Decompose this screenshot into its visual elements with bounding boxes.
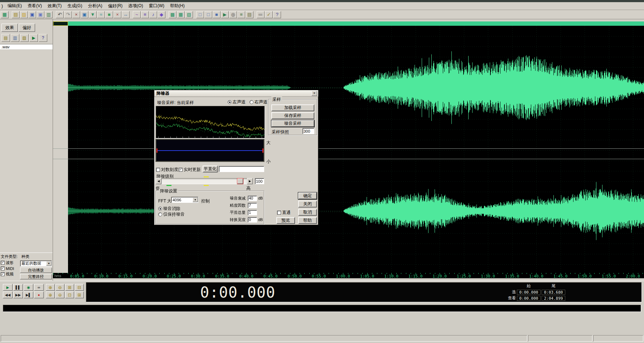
window-organizer-icon[interactable]: □ — [196, 11, 204, 18]
pause-button[interactable]: ▌▌ — [13, 284, 23, 291]
waveform-canvas[interactable] — [53, 19, 644, 281]
copy-icon[interactable]: ▣ — [81, 11, 88, 18]
bypass-checkbox[interactable]: 直通 — [277, 210, 291, 215]
slider-right-arrow[interactable]: ▶ — [247, 178, 253, 184]
log-scale-checkbox[interactable]: 对数刻度 — [156, 167, 178, 172]
delete-selection-icon[interactable]: × — [113, 11, 121, 18]
zoom-vertical-in-button[interactable]: ⊡ — [65, 291, 74, 298]
monitor-levels-icon[interactable]: ≡ — [237, 11, 245, 18]
save-as-icon[interactable]: ▣ — [37, 11, 44, 18]
undo-icon[interactable]: ↶ — [56, 11, 64, 18]
close-button[interactable]: 关闭 — [298, 201, 317, 207]
settings-icon[interactable]: ✓ — [265, 11, 273, 18]
keep-noise-radio[interactable]: 仅保持噪音 — [158, 212, 185, 217]
import-file-icon[interactable]: ▥ — [11, 34, 19, 42]
scripts-icon[interactable]: ≔ — [257, 11, 265, 18]
sort-dropdown[interactable]: 最近的数据 ▼ — [20, 260, 52, 266]
right-channel-radio[interactable]: 右声道 — [250, 99, 267, 104]
help-button[interactable]: 帮助 — [298, 217, 317, 224]
help-icon[interactable]: ? — [273, 11, 281, 18]
rewind-button[interactable]: ◀◀ — [3, 291, 13, 298]
menu-item-clipped[interactable]: ) — [1, 3, 5, 9]
spectral-view-icon[interactable]: ▩ — [169, 11, 176, 18]
filetype-midi-checkbox[interactable]: ✓MIDI — [1, 266, 19, 271]
new-file-icon[interactable]: ▤ — [12, 11, 20, 18]
fast-forward-button[interactable]: ▶▶ — [13, 291, 23, 298]
envelope-effect-icon[interactable]: ~ — [133, 11, 141, 18]
paste-icon[interactable]: ▼ — [89, 11, 97, 18]
save-sample-button[interactable]: 保存采样 — [271, 112, 314, 119]
open-file-icon[interactable]: ▨ — [20, 11, 28, 18]
menu-item-7[interactable]: 窗口(W) — [146, 2, 167, 10]
slider-thumb[interactable] — [237, 178, 243, 184]
precision-factor-input[interactable] — [248, 203, 257, 208]
snapshot-input[interactable] — [302, 128, 314, 134]
remove-noise-radio[interactable]: 噪音消除 — [158, 206, 180, 211]
organizer-tab-1[interactable]: 偏好 — [19, 24, 35, 32]
selection-end-value[interactable]: 0:03.680 — [542, 290, 565, 295]
play-file-icon[interactable]: ▶ — [29, 34, 38, 42]
normalize-effect-icon[interactable]: ≡ — [141, 11, 149, 18]
menu-item-8[interactable]: 帮助(H) — [167, 2, 188, 10]
gain-curve-plot[interactable] — [156, 139, 264, 162]
grid-view-icon[interactable]: ▧ — [185, 11, 193, 18]
zoom-sel-right-button[interactable]: ⊖ — [55, 291, 64, 298]
nr-level-input[interactable] — [255, 178, 264, 184]
filetype-video-checkbox[interactable]: ✓视频 — [1, 272, 19, 276]
save-file-icon[interactable]: ▣ — [28, 11, 36, 18]
loop-button[interactable]: ∞ — [34, 284, 44, 291]
play-window-icon[interactable]: ▶ — [221, 11, 229, 18]
autoplay-button[interactable]: 自动播放 — [20, 268, 52, 273]
file-list-item[interactable]: .wav — [0, 44, 53, 49]
waveform-display-icon[interactable]: ▦ — [177, 11, 185, 18]
mix-paste-icon[interactable]: ≈ — [97, 11, 105, 18]
go-to-end-button[interactable]: ▶▌ — [24, 291, 33, 298]
zoom-vertical-out-button[interactable]: ⊞ — [75, 291, 84, 298]
zoom-sel-left-button[interactable]: ⊕ — [46, 291, 55, 298]
new-file-icon[interactable]: ▤ — [1, 34, 10, 42]
fullpath-button[interactable]: 完整路径 — [20, 274, 52, 279]
chevron-down-icon[interactable]: ▼ — [46, 261, 52, 266]
waveform-view-icon[interactable]: ▦ — [1, 11, 9, 18]
zoom-out-button[interactable]: ⊖ — [55, 284, 64, 291]
noise-profile-plot[interactable] — [156, 106, 265, 138]
chevron-down-icon[interactable]: ▼ — [193, 197, 198, 202]
stop-button[interactable]: ◉ — [24, 284, 33, 291]
menu-item-1[interactable]: 查看(V) — [25, 2, 45, 10]
noise-attenuation-input[interactable] — [248, 196, 257, 201]
filetype-waveform-checkbox[interactable]: ✓波形 — [1, 260, 19, 265]
menu-item-5[interactable]: 偏好(R) — [105, 2, 126, 10]
zoom-in-button[interactable]: ⊕ — [46, 284, 55, 291]
menu-item-6[interactable]: 选项(O) — [125, 2, 146, 10]
load-sample-button[interactable]: 加载采样 — [271, 104, 314, 111]
window-play-list-icon[interactable]: ■ — [213, 11, 221, 18]
cancel-button[interactable]: 取消 — [298, 209, 317, 216]
view-start-value[interactable]: 0:00.000 — [517, 296, 541, 301]
menu-item-3[interactable]: 生成(G) — [64, 2, 85, 10]
window-cue-list-icon[interactable]: □ — [204, 11, 212, 18]
waveform-display[interactable]: 0:05.00:10.00:15.00:20.00:25.00:30.00:35… — [53, 19, 644, 281]
open-folder-icon[interactable]: ▨ — [20, 34, 29, 42]
left-channel-radio[interactable]: 左声道 — [228, 99, 246, 104]
close-icon[interactable]: × — [311, 91, 317, 96]
help-icon[interactable]: ? — [39, 34, 47, 42]
organizer-tab-0[interactable]: 效果 — [1, 24, 18, 32]
play-button[interactable]: ▶ — [3, 284, 13, 291]
fft-size-dropdown[interactable]: 4096 ▼ — [171, 197, 198, 203]
ok-button[interactable]: 确定 — [298, 192, 317, 199]
slider-left-arrow[interactable]: ◀ — [156, 178, 161, 184]
redo-icon[interactable]: ↷ — [64, 11, 72, 18]
menu-item-0[interactable]: 编辑(E) — [5, 2, 25, 10]
nr-level-slider[interactable]: ◀ ▶ — [156, 178, 253, 184]
cut-icon[interactable]: × — [72, 11, 80, 18]
slider-track[interactable] — [161, 178, 247, 184]
record-button[interactable]: ● — [34, 291, 44, 298]
view-end-value[interactable]: 2:04.899 — [542, 296, 565, 301]
get-noise-sample-button[interactable]: 噪音采样 — [271, 120, 314, 127]
menu-item-4[interactable]: 分析(A) — [85, 2, 105, 10]
smoothing-amount-input[interactable] — [248, 210, 257, 215]
cue-details-icon[interactable]: ▤ — [246, 11, 253, 18]
find-beats-icon[interactable]: ◎ — [229, 11, 237, 18]
transition-width-input[interactable] — [248, 217, 257, 222]
batch-convert-icon[interactable]: ▥ — [45, 11, 53, 18]
